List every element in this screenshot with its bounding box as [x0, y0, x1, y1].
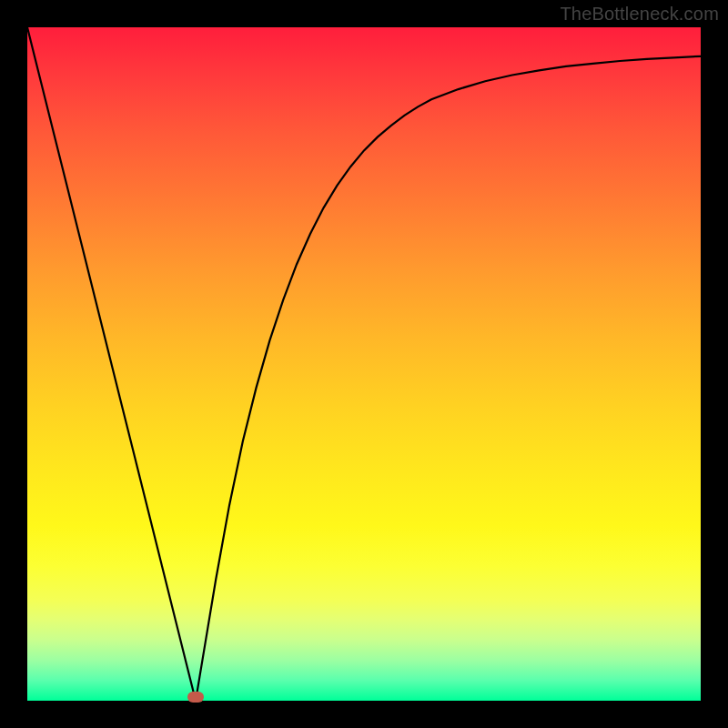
chart-frame: TheBottleneck.com: [0, 0, 728, 728]
plot-area: [27, 27, 701, 701]
background-gradient: [27, 27, 701, 701]
watermark-text: TheBottleneck.com: [560, 4, 719, 25]
